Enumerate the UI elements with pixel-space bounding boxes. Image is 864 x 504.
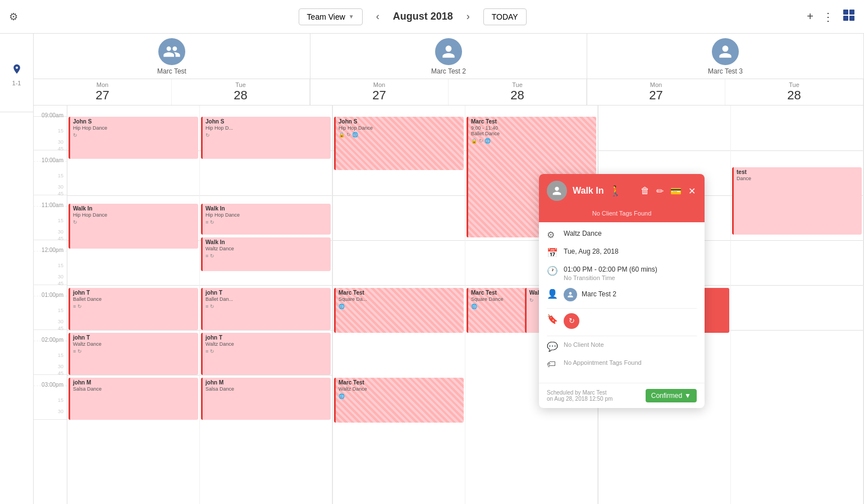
day-col-mt2-mon: John S Hip Hop Dance 🔒 ↻ 🌐 Marc Test Squ… (333, 106, 465, 504)
left-top-area: 1-1 (0, 34, 33, 112)
time-label-1pm: 01:00pm (42, 292, 63, 298)
time-label-11am: 11:00am (42, 202, 63, 208)
day-col-mt-mon: John S Hip Hop Dance ↻ Walk In Hip Hop D… (67, 106, 200, 504)
right-panel: Marc Test Mon 27 Tue 28 (34, 34, 864, 504)
person-icon: 👤 (547, 288, 558, 299)
provider-avatar (564, 288, 577, 301)
confirmed-dropdown-icon: ▼ (684, 392, 691, 400)
day-header-mt2-mon: Mon 27 (310, 79, 449, 105)
popup-divider-2 (547, 336, 697, 336)
popup-row-date: 📅 Tue, Aug 28, 2018 (547, 247, 697, 258)
team-days-marc-test-3: Mon 27 Tue 28 (587, 79, 863, 105)
grid-view-button[interactable] (843, 9, 855, 25)
confirmed-button[interactable]: Confirmed ▼ (646, 389, 697, 402)
popup-no-client-tags: No Client Tags Found (539, 208, 705, 222)
team-days-marc-test: Mon 27 Tue 28 (34, 79, 310, 105)
appt-john-s-hiphop-mt-mon[interactable]: John S Hip Hop Dance ↻ (68, 117, 198, 159)
appointment-popup: Walk In 🚶 🗑 ✏ 💳 ✕ No Client Tags Found (539, 174, 705, 408)
day-header-mt2-tue: Tue 28 (449, 79, 587, 105)
appt-john-t-waltz-mt-mon[interactable]: john T Waltz Dance ≡ ↻ (68, 333, 198, 375)
popup-row-provider: 👤 Marc Test 2 (547, 288, 697, 301)
day-col-mt-tue: John S Hip Hop D... ↻ Walk In Hip Hop Da… (200, 106, 332, 504)
popup-service-name: Waltz Dance (564, 229, 602, 239)
svg-rect-2 (843, 16, 848, 21)
appt-john-s-hiphop-mt-tue[interactable]: John S Hip Hop D... ↻ (201, 117, 331, 159)
appt-john-t-ballet-mt-tue[interactable]: john T Ballet Dan... ≡ ↻ (201, 288, 331, 330)
team-name-marc-test-2: Marc Test 2 (431, 67, 466, 75)
popup-time: 01:00 PM - 02:00 PM (60 mins) (564, 265, 657, 274)
popup-footer: Scheduled by Marc Test on Aug 28, 2018 1… (539, 383, 705, 408)
day-header-mt3-tue: Tue 28 (725, 79, 863, 105)
popup-scheduled-by: Scheduled by Marc Test (547, 390, 612, 396)
team-group-2: Marc Test 2 Mon 27 Tue 28 (310, 34, 587, 105)
repeat-icon: ↻ (564, 313, 579, 329)
time-label-3pm: 03:00pm (42, 382, 63, 388)
time-label-10am: 10:00am (42, 157, 63, 163)
appt-john-t-ballet-mt-mon[interactable]: john T Ballet Dance ≡ ↻ (68, 288, 198, 330)
popup-title: Walk In (573, 186, 604, 196)
time-labels: 09:00am 15 30 45 10:00am 15 30 45 11:00a… (34, 106, 67, 504)
popup-row-tags: 🏷 No Appointment Tags Found (547, 359, 697, 369)
appt-john-m-salsa-mt-tue[interactable]: john M Salsa Dance (201, 378, 331, 420)
time-label-9am: 09:00am (42, 112, 63, 118)
clock-icon: 🕐 (547, 265, 558, 276)
appt-john-t-waltz-mt-tue[interactable]: john T Waltz Dance ≡ ↻ (201, 333, 331, 375)
popup-header: Walk In 🚶 🗑 ✏ 💳 ✕ (539, 174, 705, 208)
popup-provider-name: Marc Test 2 (582, 290, 616, 299)
today-button[interactable]: TODAY (483, 8, 527, 25)
gear-icon: ⚙ (547, 230, 558, 240)
appt-walkin-waltz-mt-tue[interactable]: Walk In Waltz Dance ≡ ↻ (201, 237, 331, 271)
appt-test-mt3-tue[interactable]: test Dance (732, 167, 862, 235)
confirmed-label: Confirmed (651, 392, 682, 400)
team-days-marc-test-2: Mon 27 Tue 28 (310, 79, 587, 105)
pin-icon (11, 63, 22, 77)
time-label-9-45: 45 (58, 146, 63, 152)
popup-edit-button[interactable]: ✏ (655, 185, 665, 198)
appt-walkin-hiphop-mt-tue[interactable]: Walk In Hip Hop Dance ≡ ↻ (201, 204, 331, 235)
appt-john-m-salsa-mt-mon[interactable]: john M Salsa Dance (68, 378, 198, 420)
scroll-body: 09:00am 15 30 45 10:00am 15 30 45 11:00a… (34, 106, 864, 504)
day-header-mt-mon: Mon 27 (34, 79, 172, 105)
calendar-icon: 📅 (547, 248, 558, 258)
day-header-mt3-mon: Mon 27 (587, 79, 725, 105)
add-button[interactable]: + (807, 10, 813, 23)
popup-delete-button[interactable]: 🗑 (639, 185, 651, 198)
team-view-label: Team View (307, 12, 345, 21)
svg-rect-3 (849, 16, 854, 21)
appt-marc-test-squaredance-mt2-mon[interactable]: Marc Test Square Da... 🌐 (334, 288, 464, 333)
popup-scheduled-info: Scheduled by Marc Test on Aug 28, 2018 1… (547, 390, 612, 402)
team-view-button[interactable]: Team View ▼ (299, 8, 363, 25)
filter-icon[interactable]: ⚙ (9, 11, 18, 23)
appt-walkin-hiphop-mt-mon[interactable]: Walk In Hip Hop Dance ↻ (68, 204, 198, 249)
popup-row-service: ⚙ Waltz Dance (547, 229, 697, 240)
team-header-marc-test-3: Marc Test 3 (587, 34, 863, 79)
appt-john-s-hiphop-mt2-mon[interactable]: John S Hip Hop Dance 🔒 ↻ 🌐 (334, 117, 464, 170)
time-label-12pm: 12:00pm (42, 247, 63, 253)
bookmark-icon: 🔖 (547, 314, 558, 324)
popup-avatar (547, 181, 567, 201)
popup-transition: No Transition Time (564, 274, 657, 281)
appt-marc-test-waltz-mt2-mon[interactable]: Marc Test Waltz Dance 🌐 (334, 378, 464, 423)
day-header-mt-tue: Tue 28 (172, 79, 310, 105)
team-header-marc-test-2: Marc Test 2 (310, 34, 587, 79)
popup-close-button[interactable]: ✕ (687, 185, 697, 198)
more-options-button[interactable]: ⋮ (822, 10, 834, 24)
svg-rect-0 (843, 10, 848, 15)
dropdown-caret-icon: ▼ (349, 13, 354, 20)
prev-nav-button[interactable]: ‹ (372, 8, 384, 25)
day-col-mt3-tue: test Dance (731, 106, 863, 504)
popup-row-repeat: 🔖 ↻ (547, 313, 697, 329)
tag-icon: 🏷 (547, 359, 558, 369)
time-label-9-30: 30 (58, 139, 63, 145)
left-panel: 1-1 (0, 34, 34, 504)
popup-row-note: 💬 No Client Note (547, 341, 697, 352)
next-nav-button[interactable]: › (462, 8, 474, 25)
walk-icon: 🚶 (609, 185, 621, 197)
nav-date: August 2018 (393, 11, 453, 22)
avatar-marc-test-3 (712, 38, 739, 65)
team-grid-marc-test: John S Hip Hop Dance ↻ Walk In Hip Hop D… (67, 106, 333, 504)
team-header-marc-test: Marc Test (34, 34, 310, 79)
team-name-marc-test-3: Marc Test 3 (708, 67, 743, 75)
popup-credit-button[interactable]: 💳 (669, 185, 683, 198)
popup-appt-tags: No Appointment Tags Found (564, 359, 642, 367)
